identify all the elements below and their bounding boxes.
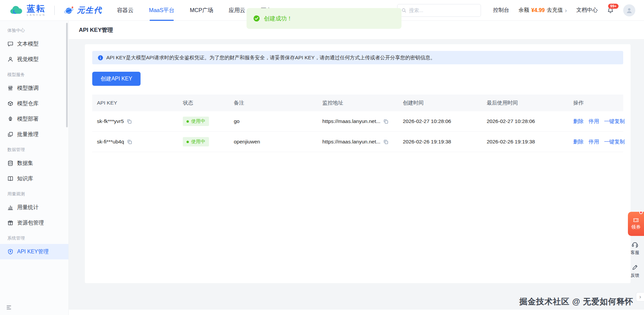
main-content: API KEY管理 API KEY是大模型API请求时的安全鉴权凭证。为了您的财… (69, 21, 644, 315)
balance-label: 余额 (519, 7, 529, 14)
docs-center-link[interactable]: 文档中心 (576, 7, 598, 14)
headset-icon (631, 241, 639, 248)
gift-icon (7, 220, 13, 226)
balance-amount: ¥4.99 (531, 7, 545, 13)
coupon-label: 领券 (631, 224, 641, 230)
monitor-url-value: https://maas.lanyun.net... (322, 118, 380, 124)
col-status: 状态 (178, 100, 229, 107)
sidebar-section-system: 系统管理 (0, 231, 68, 244)
recharge-link[interactable]: 去充值 (547, 7, 563, 14)
sidebar-section-experience: 体验中心 (0, 23, 68, 36)
delete-link[interactable]: 删除 (573, 118, 584, 125)
console-link[interactable]: 控制台 (493, 7, 509, 14)
sidebar-scrollbar[interactable] (66, 23, 68, 127)
avatar[interactable] (623, 4, 635, 16)
sidebar-item-label: 模型部署 (17, 116, 39, 123)
database-icon (7, 160, 13, 166)
status-badge: 使用中 (183, 137, 209, 146)
box-icon (7, 101, 13, 107)
status-badge: 使用中 (183, 117, 209, 126)
info-banner-text: API KEY是大模型API请求时的安全鉴权凭证。为了您的财产和服务安全，请妥善… (106, 55, 435, 61)
sidebar-item-label: 模型微调 (17, 85, 39, 92)
sidebar-item-usage-stats[interactable]: 用量统计 (0, 200, 68, 215)
sidebar-item-text-model[interactable]: 文本模型 (0, 36, 68, 52)
layers-icon (7, 131, 13, 137)
sidebar-section-usage: 用量观测 (0, 186, 68, 200)
chat-icon (7, 41, 13, 47)
last-used-time: 2026-02-26 19:19:38 (482, 139, 569, 145)
api-key-table: API KEY 状态 备注 监控地址 创建时间 最后使用时间 操作 sk-fk*… (92, 94, 623, 152)
quick-copy-link[interactable]: 一键复制 (604, 138, 625, 145)
copy-icon[interactable] (127, 119, 132, 124)
copy-icon[interactable] (383, 139, 388, 144)
brand: 蓝耘 LANYUN 元生代 (9, 4, 102, 16)
create-api-key-button[interactable]: 创建API KEY (92, 72, 141, 86)
page-title: API KEY管理 (79, 26, 113, 34)
quick-copy-link[interactable]: 一键复制 (604, 118, 625, 125)
sidebar-item-resource-packages[interactable]: 资源包管理 (0, 215, 68, 231)
sidebar-item-label: API KEY管理 (17, 248, 49, 255)
sidebar-item-batch-inference[interactable]: 批量推理 (0, 127, 68, 142)
sidebar-item-knowledge-base[interactable]: 知识库 (0, 171, 68, 186)
search-box[interactable] (397, 4, 481, 17)
status-dot-icon (186, 141, 189, 143)
note-value: go (229, 118, 318, 124)
expand-panel-arrow[interactable]: › (636, 292, 644, 302)
sidebar-section-data-mgmt: 数据管理 (0, 142, 68, 155)
search-icon (401, 8, 406, 13)
col-monitor-url: 监控地址 (318, 100, 398, 107)
coupon-button[interactable]: 领券 (628, 212, 644, 236)
balance[interactable]: 余额 ¥4.99 去充值 › (519, 7, 567, 14)
ticket-icon (633, 217, 639, 223)
customer-service-button[interactable]: 客服 (628, 241, 642, 256)
brand-primary-sub: LANYUN (27, 14, 46, 16)
delete-link[interactable]: 删除 (573, 138, 584, 145)
sidebar-item-label: 批量推理 (17, 131, 39, 138)
nav-item-mcp-market[interactable]: MCP广场 (190, 0, 213, 21)
search-input[interactable] (409, 7, 477, 13)
sidebar-item-label: 模型仓库 (17, 100, 39, 107)
col-note: 备注 (229, 100, 318, 107)
notifications-button[interactable]: 99+ (607, 7, 614, 14)
metastone-logo-icon (63, 5, 74, 16)
sidebar-section-model-service: 模型服务 (0, 67, 68, 80)
col-created: 创建时间 (398, 100, 482, 107)
info-icon (98, 55, 103, 61)
nav-item-app-cloud[interactable]: 应用云 (229, 0, 246, 21)
navbar-right: 控制台 余额 ¥4.99 去充值 › 文档中心 99+ (493, 4, 635, 16)
sidebar-item-label: 知识库 (17, 175, 33, 182)
sidebar-item-label: 文本模型 (17, 41, 39, 48)
lanyun-logo-icon (9, 5, 23, 15)
nav-item-container-cloud[interactable]: 容器云 (117, 0, 133, 21)
sidebar-item-label: 资源包管理 (17, 219, 44, 227)
success-toast: 创建成功！ (247, 8, 401, 29)
feedback-button[interactable]: 反馈 (628, 264, 642, 278)
sidebar-item-model-finetune[interactable]: 模型微调 (0, 80, 68, 96)
disable-link[interactable]: 停用 (589, 138, 599, 145)
table-row: sk-fi***ub4q 使用中 openjiuwen https://maas… (92, 132, 623, 152)
sidebar-item-dataset[interactable]: 数据集 (0, 155, 68, 171)
copy-icon[interactable] (127, 139, 132, 144)
api-key-value: sk-fk***yvr5 (97, 118, 124, 124)
customer-service-label: 客服 (631, 250, 639, 256)
footer-strip (69, 310, 644, 315)
sidebar-item-api-key-management[interactable]: API KEY管理 (0, 244, 68, 259)
sidebar-item-model-deploy[interactable]: 模型部署 (0, 111, 68, 127)
collapse-sidebar-icon[interactable] (6, 305, 12, 310)
sidebar-item-vision-model[interactable]: 视觉模型 (0, 52, 68, 67)
disable-link[interactable]: 停用 (589, 118, 599, 125)
sidebar-item-label: 用量统计 (17, 204, 39, 211)
last-used-time: 2026-02-27 10:28:06 (482, 118, 569, 124)
sliders-icon (7, 85, 13, 91)
col-actions: 操作 (569, 100, 623, 107)
api-key-value: sk-fi***ub4q (97, 139, 124, 145)
info-banner: API KEY是大模型API请求时的安全鉴权凭证。为了您的财产和服务安全，请妥善… (92, 51, 623, 64)
nav-item-maas-platform[interactable]: MaaS平台 (149, 0, 174, 21)
user-icon (626, 7, 633, 14)
sidebar-item-model-repo[interactable]: 模型仓库 (0, 96, 68, 111)
copy-icon[interactable] (383, 119, 388, 124)
created-time: 2026-02-26 19:19:38 (398, 139, 482, 145)
shield-key-icon (7, 249, 13, 255)
brand-primary: 蓝耘 (27, 4, 46, 13)
success-check-icon (253, 15, 260, 22)
